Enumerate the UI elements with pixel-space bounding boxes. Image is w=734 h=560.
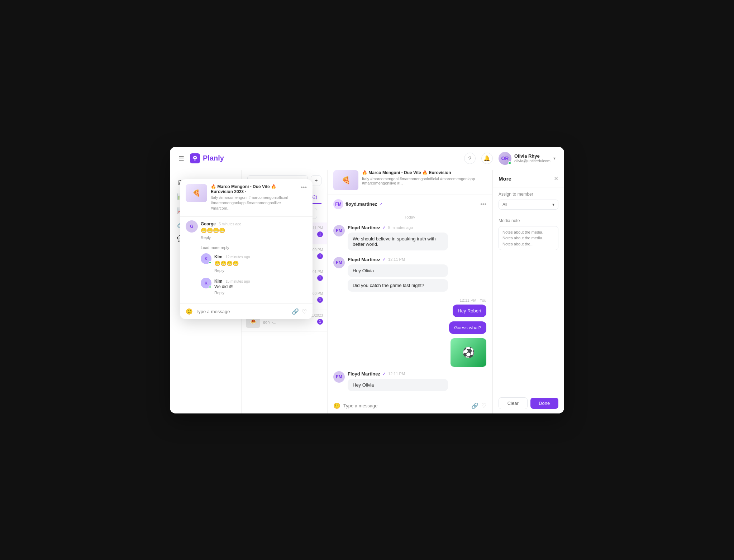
nested-comment: K Kim 12 minutes ago 😁😁😁😁 Reply [201, 253, 307, 273]
comment-body: George 5 minutes ago 😁😁😁😁 Reply [201, 220, 307, 240]
message-avatar: FM [333, 371, 345, 383]
bell-icon[interactable]: 🔔 [481, 153, 493, 164]
comment-body: Kim 15 minutes ago We did it!! Reply [214, 278, 307, 296]
nav-right: ? 🔔 OR Olivia Rhye olivia@untitleduicom … [464, 152, 556, 165]
emoji-icon[interactable]: 🙂 [333, 402, 340, 409]
load-more-reply-button[interactable]: Load more reply [201, 245, 307, 250]
online-indicator [209, 261, 211, 264]
user-name: Olivia Rhye [514, 153, 550, 159]
user-area[interactable]: OR Olivia Rhye olivia@untitleduicom ▾ [499, 152, 556, 165]
comment-time: 5 minutes ago [219, 222, 241, 226]
chat-post-title: 🔥 Marco Mengoni - Due Vite 🔥 Eurovision [362, 170, 486, 175]
unread-badge: 1 [317, 231, 323, 237]
logo-icon [190, 153, 200, 163]
help-icon[interactable]: ? [464, 153, 476, 164]
chat-input-area: 🙂 🔗 ♡ [328, 398, 492, 413]
message-row: FM Floyd Martinez ✓ 12:11 PM Hey Olivia … [333, 257, 486, 294]
inbox-item-preview: goni -... [263, 320, 302, 324]
message-sender: Floyd Martinez [348, 225, 380, 230]
verified-icon: ✓ [382, 257, 386, 262]
user-online-dot [508, 161, 511, 165]
hamburger-icon[interactable]: ☰ [178, 154, 184, 162]
close-button[interactable]: ✕ [554, 175, 558, 182]
online-indicator [209, 286, 211, 288]
verified-icon: ✓ [382, 225, 386, 230]
assign-dropdown[interactable]: All ▾ [499, 200, 558, 210]
message-bubble-you: Hey Robert [453, 305, 486, 317]
unread-badge: 1 [317, 275, 323, 281]
user-info: Olivia Rhye olivia@untitleduicom [514, 153, 550, 163]
message-sender-row: Floyd Martinez ✓ 5 minutes ago [348, 225, 486, 230]
chat-messages: Today FM Floyd Martinez ✓ 5 minutes ago … [328, 209, 492, 398]
comment-time: 12 minutes ago [225, 255, 250, 259]
more-options-icon[interactable]: ••• [480, 201, 486, 207]
float-chat-input[interactable] [196, 309, 289, 314]
message-content-wrap: Floyd Martinez ✓ 12:11 PM Hey Olivia Did… [348, 257, 486, 294]
more-title: More [499, 176, 511, 182]
message-sender: Floyd Martinez [348, 257, 380, 262]
more-panel-header: More ✕ [493, 170, 564, 187]
unread-badge: 1 [317, 253, 323, 259]
more-actions: Clear Done [493, 393, 564, 413]
comment-emoji: 😁😁😁😁 [214, 260, 307, 266]
message-sender-row: Floyd Martinez ✓ 12:11 PM [348, 257, 486, 262]
message-bubble: Hey Olivia [348, 379, 448, 391]
chevron-down-icon: ▾ [552, 202, 554, 207]
app-window: ☰ Planly ? 🔔 OR Olivia Rhye [170, 147, 564, 413]
floating-comment-panel: 🍕 🔥 Marco Mengoni - Due Vite 🔥 Eurovisio… [180, 179, 313, 319]
you-messages: 12:11 PM You Hey Robert Guess what? ⚽ [333, 298, 486, 367]
message-bubble: Did you catch the game last night? [348, 279, 448, 292]
user-avatar: OR [499, 152, 511, 165]
comment-body: Kim 12 minutes ago 😁😁😁😁 Reply [214, 253, 307, 273]
assign-section: Assign to member All ▾ [493, 187, 564, 214]
message-content-wrap: Floyd Martinez ✓ 12:11 PM Hey Olivia [348, 371, 486, 393]
chat-post-info: 🔥 Marco Mengoni - Due Vite 🔥 Eurovision … [362, 170, 486, 190]
nested-comment: K Kim 15 minutes ago We did it!! Reply [201, 278, 307, 296]
assign-value: All [502, 202, 507, 207]
message-avatar: FM [333, 257, 345, 268]
chat-input[interactable] [343, 403, 468, 408]
logo-text: Planly [203, 154, 224, 162]
done-button[interactable]: Done [530, 398, 559, 409]
media-note-section: Media note Notes about the media. Notes … [493, 214, 564, 255]
message-bubble: Hey Olivia [348, 264, 448, 277]
message-bubble: We should believe in speaking truth with… [348, 233, 448, 250]
message-time: 12:11 PM [388, 257, 405, 262]
comment-text: We did it!! [214, 284, 307, 289]
you-label: 12:11 PM You [459, 298, 486, 302]
heart-icon[interactable]: ♡ [302, 308, 307, 315]
message-sender: Floyd Martinez [348, 371, 380, 377]
soccer-image: ⚽ [451, 338, 486, 367]
reply-button[interactable]: Reply [214, 268, 224, 273]
commenter-name: George [201, 221, 216, 226]
unread-badge: 1 [317, 319, 323, 325]
chat-user-handle: FM floyd.martinez ✓ ••• [328, 195, 492, 209]
emoji-icon[interactable]: 🙂 [186, 308, 193, 315]
user-email: olivia@untitleduicom [514, 159, 550, 163]
more-options-icon[interactable]: ••• [301, 184, 307, 211]
chat-post-thumb: 🍕 [333, 170, 358, 190]
message-bubble-you: Guess what? [449, 321, 486, 334]
reply-button[interactable]: Reply [214, 291, 224, 295]
float-post-tags: Italy #marcomengoni #marcomengoniofficia… [211, 195, 297, 211]
logo-area: Planly [190, 153, 464, 163]
heart-icon[interactable]: ♡ [481, 402, 486, 409]
assign-label: Assign to member [499, 192, 558, 197]
comment-avatar: G [186, 220, 198, 233]
handle-avatar: FM [333, 199, 343, 209]
float-input-area: 🙂 🔗 ♡ [180, 303, 313, 319]
commenter-name: Kim [214, 279, 223, 284]
clear-button[interactable]: Clear [499, 397, 528, 409]
message-sender-row: Floyd Martinez ✓ 12:11 PM [348, 371, 486, 377]
reply-button[interactable]: Reply [201, 235, 211, 240]
message-content-wrap: Floyd Martinez ✓ 5 minutes ago We should… [348, 225, 486, 253]
link-icon[interactable]: 🔗 [292, 308, 299, 315]
link-icon[interactable]: 🔗 [471, 402, 478, 409]
top-nav: ☰ Planly ? 🔔 OR Olivia Rhye [170, 147, 564, 170]
handle-name: floyd.martinez [345, 201, 377, 207]
chat-post-tags: Italy #marcomengoni #marcomengoniofficia… [362, 177, 486, 185]
message-time: 12:11 PM [388, 372, 405, 376]
media-note-box[interactable]: Notes about the media. Notes about the m… [499, 226, 558, 250]
message-row: FM Floyd Martinez ✓ 5 minutes ago We sho… [333, 225, 486, 253]
float-post-title: 🔥 Marco Mengoni - Due Vite 🔥 Eurovision … [211, 184, 297, 194]
